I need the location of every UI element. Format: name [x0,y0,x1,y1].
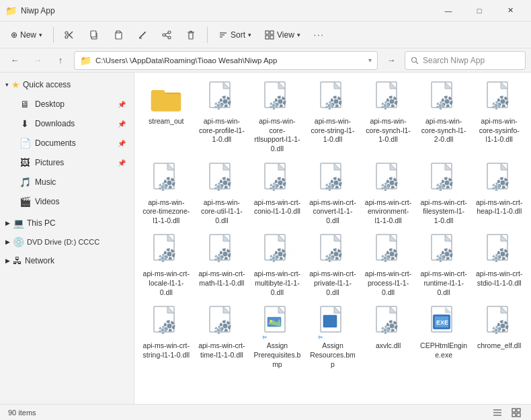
toolbar: ⊕ New ▾ Sort ▾ View ▾ ··· [0,22,531,48]
svg-point-150 [389,252,394,257]
file-item[interactable]: axvlc.dll [362,302,415,372]
view-button[interactable]: View ▾ [259,28,306,42]
file-item[interactable]: EXE CEPHtmlEngine.exe [417,302,471,372]
svg-line-10 [165,33,168,34]
sidebar-item-music[interactable]: 🎵 Music [3,173,131,192]
this-pc-header[interactable]: ▶ 💻 This PC [0,214,134,233]
file-icon [206,163,238,196]
file-item[interactable]: api-ms-win-core-string-l1-1-0.dll [307,78,360,157]
sidebar-item-documents[interactable]: 📄 Documents 📌 [3,134,131,153]
file-item[interactable]: ▻ Assign Prerequisites.bmp [251,302,304,372]
svg-rect-218 [517,413,520,417]
address-bar: ← → ↑ 📁 C:\Users\ \AppData\Roaming\Tioao… [0,48,531,73]
cut-button[interactable] [59,24,81,46]
grid-view-button[interactable] [509,406,523,419]
app-icon: 📁 [5,5,17,16]
address-input[interactable]: 📁 C:\Users\ \AppData\Roaming\Tioao Wesah… [74,51,378,70]
file-icon [427,235,460,267]
svg-rect-12 [189,33,193,39]
close-button[interactable]: ✕ [495,0,526,22]
file-label: api-ms-win-crt-environment-l1-1-0.dll [364,198,412,226]
file-item[interactable]: api-ms-win-crt-convert-l1-1-0.dll [307,159,360,228]
file-item[interactable]: api-ms-win-core-rtlsupport-l1-1-0.dll [251,78,304,157]
refresh-button[interactable]: → [382,51,401,70]
network-label: Network [25,256,54,265]
sort-button[interactable]: Sort ▾ [213,28,257,42]
rename-button[interactable] [132,24,153,46]
file-item[interactable]: api-ms-win-crt-conio-l1-1-0.dll [251,159,304,228]
svg-point-7 [168,31,171,34]
svg-point-0 [65,32,68,34]
file-label: api-ms-win-core-string-l1-1-0.dll [309,117,357,144]
forward-button[interactable]: → [28,51,47,70]
file-item[interactable]: api-ms-win-core-util-l1-1-0.dll [196,159,249,228]
svg-point-8 [163,34,165,36]
file-label: api-ms-win-core-rtlsupport-l1-1-0.dll [253,117,301,154]
svg-point-22 [412,57,417,62]
file-icon [427,163,460,196]
sidebar-item-downloads[interactable]: ⬇ Downloads 📌 [3,114,131,133]
file-item[interactable]: api-ms-win-crt-locale-l1-1-0.dll [140,230,193,300]
file-label: api-ms-win-crt-convert-l1-1-0.dll [309,198,357,226]
file-item[interactable]: api-ms-win-crt-heap-l1-1-0.dll [473,159,526,228]
file-item[interactable]: chrome_elf.dll [473,302,526,372]
file-item[interactable]: api-ms-win-core-profile-l1-1-0.dll [196,78,249,157]
svg-point-31 [222,99,227,104]
file-item[interactable]: api-ms-win-crt-filesystem-l1-1-0.dll [417,159,471,228]
minimize-button[interactable]: — [433,0,464,22]
file-icon [372,163,405,196]
file-item[interactable]: api-ms-win-core-synch-l1-1-0.dll [362,78,415,157]
file-item[interactable]: api-ms-win-crt-string-l1-1-0.dll [140,302,193,372]
file-item[interactable]: api-ms-win-crt-process-l1-1-0.dll [362,230,415,300]
file-icon [261,235,293,267]
file-item[interactable]: api-ms-win-core-sysinfo-l1-1-0.dll [473,78,526,157]
more-button[interactable]: ··· [309,28,330,42]
svg-point-87 [278,180,283,185]
quick-access-header[interactable]: ▾ ★ Quick access [0,75,134,94]
file-icon [317,163,349,196]
back-button[interactable]: ← [5,51,24,70]
file-label: CEPHtmlEngine.exe [420,341,468,360]
sidebar-item-desktop[interactable]: 🖥 Desktop 📌 [3,95,131,114]
file-item[interactable]: api-ms-win-crt-environment-l1-1-0.dll [362,159,415,228]
network-header[interactable]: ▶ 🖧 Network [0,251,134,270]
list-view-button[interactable] [491,406,504,419]
pictures-label: Pictures [35,158,64,167]
sidebar: ▾ ★ Quick access 🖥 Desktop 📌 ⬇ Downloads… [0,73,134,404]
file-item[interactable]: stream_out [140,78,193,157]
file-item[interactable]: api-ms-win-crt-runtime-l1-1-0.dll [417,230,471,300]
file-item[interactable]: api-ms-win-core-synch-l1-2-0.dll [417,78,471,157]
sidebar-item-pictures[interactable]: 🖼 Pictures 📌 [3,153,131,172]
sidebar-item-videos[interactable]: 🎬 Videos [3,192,131,211]
svg-point-173 [161,329,165,332]
file-item[interactable]: api-ms-win-crt-math-l1-1-0.dll [196,230,249,300]
status-bar: 90 items [0,404,531,420]
file-item[interactable]: api-ms-win-crt-stdio-l1-1-0.dll [473,230,526,300]
pin-icon-2: 📌 [118,120,126,128]
file-icon [150,82,182,114]
maximize-button[interactable]: □ [464,0,495,22]
file-item[interactable]: api-ms-win-core-timezone-l1-1-0.dll [140,159,193,228]
delete-button[interactable] [180,24,202,46]
file-item[interactable]: api-ms-win-crt-time-l1-1-0.dll [196,302,249,372]
up-button[interactable]: ↑ [51,51,70,70]
new-label: New [20,30,36,40]
file-item[interactable]: api-ms-win-crt-private-l1-1-0.dll [307,230,360,300]
main-area: ▾ ★ Quick access 🖥 Desktop 📌 ⬇ Downloads… [0,73,531,404]
file-label: stream_out [149,117,184,126]
svg-point-59 [445,99,450,104]
file-item[interactable]: api-ms-win-crt-multibyte-l1-1-0.dll [251,230,304,300]
file-icon [372,306,405,339]
toolbar-separator-1 [53,27,54,43]
new-button[interactable]: ⊕ New ▾ [5,28,48,42]
svg-point-75 [161,185,165,188]
file-item[interactable]: ▻ Assign Resources.bmp [307,302,360,372]
paste-button[interactable] [108,24,129,46]
copy-button[interactable] [83,24,105,46]
svg-point-180 [216,329,220,332]
pin-icon-4: 📌 [118,159,126,167]
share-button[interactable] [156,24,177,46]
pc-icon: 💻 [13,218,24,228]
dvd-drive-header[interactable]: ▶ 💿 DVD Drive (D:) CCCC [0,233,134,251]
search-box[interactable]: Search Niwp App [405,51,526,70]
